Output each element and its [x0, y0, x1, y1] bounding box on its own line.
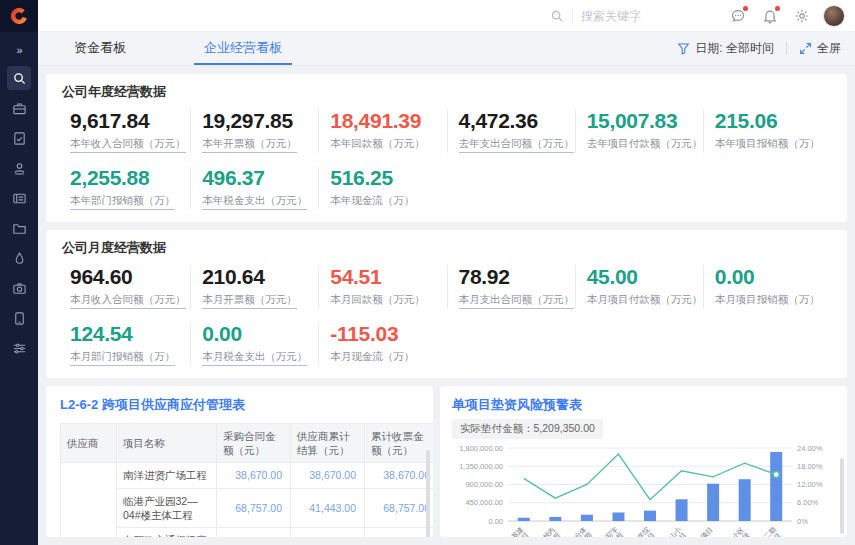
actual-advance-badge: 实际垫付金额：5,209,350.00	[452, 419, 603, 439]
kpi-label[interactable]: 本年税金支出（万元）	[202, 194, 307, 210]
tab-bar: 资金看板 企业经营看板 日期: 全部时间 全屏	[38, 32, 855, 66]
dashboard-content: 公司年度经营数据 9,617.84本年收入合同额（万元）19,297.85本年开…	[38, 66, 855, 545]
messages-button[interactable]	[727, 5, 749, 27]
kpi-label[interactable]: 本月开票额（万元）	[202, 293, 297, 309]
app-logo	[0, 0, 38, 32]
filter-funnel-icon	[677, 42, 690, 55]
kpi-item: 15,007.83去年项目付款额（万元）	[575, 109, 703, 153]
amount-cell[interactable]: 41,443.00	[291, 488, 365, 527]
left-axis-tick: 0.00	[488, 517, 503, 526]
bar-actual-advance[interactable]	[644, 511, 656, 521]
kpi-label[interactable]: 本月税金支出（万元）	[202, 350, 307, 366]
project-name-cell: 临港产业园32—04#楼主体工程	[117, 488, 217, 527]
kpi-label: 本年回款额（万元）	[330, 137, 425, 151]
kpi-item: 45.00本月项目付款额（万元）	[575, 265, 703, 309]
kpi-item: 964.60本月收入合同额（万元）	[62, 265, 190, 309]
logo-icon	[10, 7, 28, 25]
divider	[572, 9, 573, 23]
bar-actual-advance[interactable]	[676, 499, 688, 521]
sidebar-item-search[interactable]	[7, 66, 31, 90]
date-filter-label: 日期: 全部时间	[695, 40, 774, 57]
kpi-item: 0.00本月税金支出（万元）	[190, 322, 318, 366]
bar-actual-advance[interactable]	[581, 515, 593, 521]
bar-actual-advance[interactable]	[770, 452, 782, 521]
table-header: 供应商	[61, 424, 117, 463]
sidebar-item-company[interactable]	[7, 96, 31, 120]
kpi-item: 0.00本月项目报销额（万）	[703, 265, 831, 309]
supplier-name-cell: 西安云峰建材有限公司	[61, 463, 117, 537]
sidebar-item-settings-sliders[interactable]	[7, 336, 31, 360]
amount-cell[interactable]: 68,757.00	[217, 488, 291, 527]
sidebar-item-ledger[interactable]	[7, 186, 31, 210]
amount-cell[interactable]: 13,290.29	[365, 527, 434, 537]
amount-cell[interactable]: 38,670.00	[365, 463, 434, 488]
bar-actual-advance[interactable]	[707, 484, 719, 521]
card-icon	[12, 191, 27, 206]
combo-chart: 0.000%450,000.006.00%900,000.0012.00%1,3…	[452, 441, 835, 537]
kpi-value: 964.60	[70, 265, 190, 289]
annual-kpi-grid: 9,617.84本年收入合同额（万元）19,297.85本年开票额（万元）18,…	[62, 109, 831, 210]
kpi-label: 本年项目报销额（万）	[715, 137, 820, 151]
droplet-icon	[12, 251, 27, 266]
sidebar-expand-button[interactable]: »	[16, 44, 21, 56]
kpi-value: 15,007.83	[587, 109, 703, 133]
kpi-label[interactable]: 本年部门报销额（万）	[70, 194, 175, 210]
kpi-item: 496.37本年税金支出（万元）	[190, 166, 318, 210]
monthly-kpi-grid: 964.60本月收入合同额（万元）210.64本月开票额（万元）54.51本月回…	[62, 265, 831, 366]
fullscreen-label: 全屏	[817, 40, 841, 57]
kpi-value: 2,255.88	[70, 166, 190, 190]
right-axis-tick: 0%	[797, 517, 808, 526]
amount-cell[interactable]: 13,290.29	[217, 527, 291, 537]
monthly-kpi-panel: 公司月度经营数据 964.60本月收入合同额（万元）210.64本月开票额（万元…	[46, 230, 847, 378]
kpi-item: 18,491.39本年回款额（万元）	[318, 109, 446, 153]
amount-cell[interactable]: 38,670.00	[217, 463, 291, 488]
notifications-button[interactable]	[759, 5, 781, 27]
settings-button[interactable]	[791, 5, 813, 27]
amount-cell[interactable]: 38,670.00	[291, 463, 365, 488]
kpi-label[interactable]: 本年收入合同额（万元）	[70, 137, 186, 153]
user-avatar[interactable]	[823, 5, 845, 27]
table-vertical-scrollbar[interactable]	[426, 450, 430, 537]
kpi-item: 19,297.85本年开票额（万元）	[190, 109, 318, 153]
bar-actual-advance[interactable]	[612, 512, 624, 521]
kpi-label: 本月项目报销额（万）	[715, 293, 820, 307]
sidebar-item-documents[interactable]	[7, 126, 31, 150]
tab-funds-dashboard[interactable]: 资金看板	[64, 32, 136, 65]
sidebar-item-approvals[interactable]	[7, 156, 31, 180]
sidebar-item-devices[interactable]	[7, 306, 31, 330]
annual-kpi-panel: 公司年度经营数据 9,617.84本年收入合同额（万元）19,297.85本年开…	[46, 74, 847, 222]
table-header: 项目名称	[117, 424, 217, 463]
amount-cell[interactable]: 13,290.29	[291, 527, 365, 537]
amount-cell[interactable]: 68,757.00	[365, 488, 434, 527]
kpi-label: 本月现金流（万）	[330, 350, 414, 364]
bar-actual-advance[interactable]	[739, 479, 751, 521]
kpi-label[interactable]: 本月收入合同额（万元）	[70, 293, 186, 309]
kpi-item: 124.54本月部门报销额（万）	[62, 322, 190, 366]
search-input[interactable]	[581, 9, 689, 23]
bar-actual-advance[interactable]	[549, 517, 561, 521]
kpi-label[interactable]: 去年支出合同额（万元）	[459, 137, 575, 153]
left-axis-tick: 450,000.00	[465, 498, 503, 507]
line-advance-ratio[interactable]	[524, 454, 776, 500]
tab-enterprise-dashboard[interactable]: 企业经营看板	[194, 32, 292, 65]
table-header: 累计收票金额（元）	[365, 424, 434, 463]
date-filter[interactable]: 日期: 全部时间	[677, 40, 774, 57]
project-name-cell: 南洋进贤广场工程	[117, 463, 217, 488]
chart-vertical-scrollbar[interactable]	[840, 458, 844, 534]
sidebar-item-projects[interactable]	[7, 216, 31, 240]
search-icon	[550, 9, 564, 23]
kpi-label: 本年现金流（万）	[330, 194, 414, 208]
kpi-item: 54.51本月回款额（万元）	[318, 265, 446, 309]
kpi-label[interactable]: 本年开票额（万元）	[202, 137, 297, 153]
chart-title: 单项目垫资风险预警表	[452, 396, 835, 414]
kpi-label[interactable]: 本月支出合同额（万元）	[459, 293, 575, 309]
bar-actual-advance[interactable]	[518, 518, 530, 521]
kpi-label[interactable]: 本月部门报销额（万）	[70, 350, 175, 366]
kpi-item: 516.25本年现金流（万）	[318, 166, 446, 210]
expand-icon	[799, 42, 812, 55]
sidebar-item-snapshot[interactable]	[7, 276, 31, 300]
fullscreen-button[interactable]: 全屏	[799, 40, 841, 57]
kpi-value: -115.03	[330, 322, 446, 346]
sidebar-item-funds[interactable]	[7, 246, 31, 270]
top-bar	[38, 0, 855, 32]
